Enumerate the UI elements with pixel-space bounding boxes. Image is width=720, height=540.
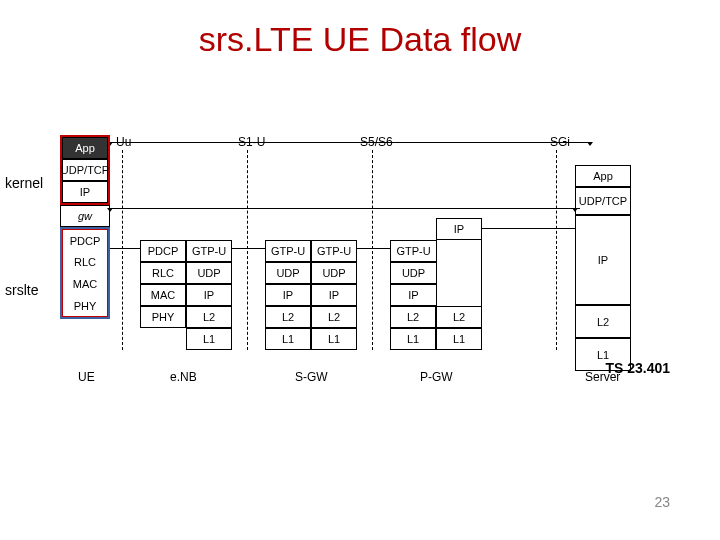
enb-l2: L2 bbox=[186, 306, 232, 328]
sgw-l1-b: L1 bbox=[311, 328, 357, 350]
ue-gw: gw bbox=[60, 205, 110, 227]
sgw-l2-a: L2 bbox=[265, 306, 311, 328]
hl2 bbox=[232, 248, 265, 249]
enb-rlc: RLC bbox=[140, 262, 186, 284]
a1 bbox=[107, 208, 113, 212]
hline-ip bbox=[110, 208, 580, 209]
enb-udp: UDP bbox=[186, 262, 232, 284]
pgw-gtpu: GTP-U bbox=[390, 240, 437, 262]
col-sgw: GTP-U GTP-U UDP UDP IP IP L2 L2 L1 L1 bbox=[265, 240, 357, 350]
enb-label: e.NB bbox=[170, 370, 197, 384]
pgw-l2a: L2 bbox=[390, 306, 436, 328]
sgw-ip-a: IP bbox=[265, 284, 311, 306]
hl1 bbox=[110, 248, 140, 249]
pgw-udp: UDP bbox=[390, 262, 437, 284]
pgw-label: P-GW bbox=[420, 370, 453, 384]
pgw-l2b: L2 bbox=[436, 306, 482, 328]
a2 bbox=[572, 208, 578, 212]
sgw-l1-a: L1 bbox=[265, 328, 311, 350]
ue-label: UE bbox=[78, 370, 95, 384]
sgw-ip-b: IP bbox=[311, 284, 357, 306]
sgw-gtpu-b: GTP-U bbox=[311, 240, 357, 262]
pgw-ip-riser bbox=[458, 240, 482, 306]
dashed-s5s6 bbox=[372, 150, 373, 350]
server-l2: L2 bbox=[575, 305, 631, 338]
ue-ip: IP bbox=[62, 181, 108, 203]
col-enb: PDCP GTP-U RLC UDP MAC IP PHY L2 L1 bbox=[140, 240, 232, 350]
hl4 bbox=[482, 228, 575, 229]
ue-udptcp: UDP/TCP bbox=[62, 159, 108, 181]
enb-gtpu: GTP-U bbox=[186, 240, 232, 262]
sgw-udp-a: UDP bbox=[265, 262, 311, 284]
dashed-uu bbox=[122, 150, 123, 350]
pgw-l1a: L1 bbox=[390, 328, 436, 350]
col-ue: App UDP/TCP IP gw PDCP RLC MAC PHY bbox=[60, 135, 110, 319]
hline-app bbox=[110, 142, 590, 143]
ue-app: App bbox=[62, 137, 108, 159]
page-title: srs.LTE UE Data flow bbox=[0, 0, 720, 79]
sgw-label: S-GW bbox=[295, 370, 328, 384]
pgw-iptop: IP bbox=[436, 218, 482, 240]
pgw-l1b: L1 bbox=[436, 328, 482, 350]
enb-ip: IP bbox=[186, 284, 232, 306]
label-kernel: kernel bbox=[5, 175, 43, 191]
sgw-l2-b: L2 bbox=[311, 306, 357, 328]
enb-pdcp: PDCP bbox=[140, 240, 186, 262]
ue-phy: PHY bbox=[62, 295, 108, 317]
enb-mac: MAC bbox=[140, 284, 186, 306]
server-app: App bbox=[575, 165, 631, 187]
arrow-app-r bbox=[587, 142, 593, 146]
ts-label: TS 23.401 bbox=[605, 360, 670, 376]
enb-l1: L1 bbox=[186, 328, 232, 350]
ue-rlc: RLC bbox=[62, 251, 108, 273]
sgw-udp-b: UDP bbox=[311, 262, 357, 284]
diagram: Uu S1-U S5/S6 SGi App UDP/TCP IP gw PDCP… bbox=[50, 100, 670, 400]
page-number: 23 bbox=[654, 494, 670, 510]
dashed-sgi bbox=[556, 150, 557, 350]
col-server: App UDP/TCP IP L2 L1 bbox=[575, 165, 631, 371]
hl3 bbox=[357, 248, 390, 249]
server-ip: IP bbox=[575, 215, 631, 305]
ue-mac: MAC bbox=[62, 273, 108, 295]
server-udptcp: UDP/TCP bbox=[575, 187, 631, 215]
pgw-ip: IP bbox=[390, 284, 437, 306]
sgw-gtpu-a: GTP-U bbox=[265, 240, 311, 262]
enb-phy: PHY bbox=[140, 306, 186, 328]
dashed-s1u bbox=[247, 150, 248, 350]
ue-pdcp: PDCP bbox=[62, 229, 108, 251]
label-srslte: srslte bbox=[5, 282, 38, 298]
